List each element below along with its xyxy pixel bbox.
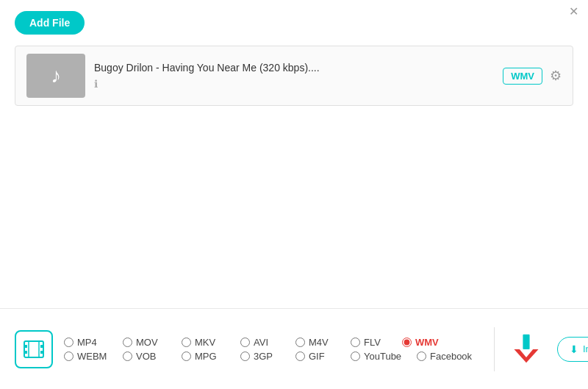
format-label-avi: AVI — [254, 337, 268, 348]
format-radio-mpg[interactable] — [182, 351, 191, 361]
format-radio-mov[interactable] — [123, 338, 132, 347]
format-radio-vob[interactable] — [123, 351, 132, 361]
file-item: ♪ Bugoy Drilon - Having You Near Me (320… — [15, 46, 573, 105]
format-radio-wmv[interactable] — [402, 338, 412, 347]
format-row-2: WEBM VOB MPG 3GP GIF YouTube — [64, 351, 483, 362]
bottom-panel: MP4 MOV MKV AVI M4V FLV — [0, 308, 588, 389]
main-content: Add File ♪ Bugoy Drilon - Having You Nea… — [0, 0, 588, 308]
install-download-icon: ⬇ — [570, 343, 578, 355]
format-radio-flv[interactable] — [351, 338, 360, 347]
format-option-mpg[interactable]: MPG — [182, 351, 240, 362]
format-option-facebook[interactable]: Facebook — [417, 351, 483, 362]
format-option-flv[interactable]: FLV — [351, 337, 402, 348]
format-options-container: MP4 MOV MKV AVI M4V FLV — [64, 334, 483, 365]
svg-rect-0 — [24, 341, 43, 357]
format-option-vob[interactable]: VOB — [123, 351, 182, 362]
format-option-gif[interactable]: GIF — [295, 351, 351, 362]
svg-rect-2 — [24, 351, 27, 354]
format-radio-m4v[interactable] — [295, 338, 305, 347]
file-info: Bugoy Drilon - Having You Near Me (320 k… — [94, 62, 494, 90]
format-badge[interactable]: WMV — [503, 68, 542, 85]
settings-icon[interactable]: ⚙ — [550, 68, 562, 84]
format-label-flv: FLV — [364, 337, 381, 348]
format-label-mkv: MKV — [195, 337, 215, 348]
svg-rect-3 — [40, 345, 43, 348]
format-icon-container — [15, 330, 53, 368]
svg-rect-7 — [523, 334, 529, 349]
download-arrow-container — [506, 333, 546, 365]
format-label-facebook: Facebook — [430, 351, 472, 362]
format-option-avi[interactable]: AVI — [240, 337, 295, 348]
format-option-3gp[interactable]: 3GP — [240, 351, 295, 362]
format-row-1: MP4 MOV MKV AVI M4V FLV — [64, 337, 483, 348]
format-radio-youtube[interactable] — [351, 351, 360, 361]
format-label-3gp: 3GP — [254, 351, 273, 362]
format-radio-gif[interactable] — [295, 351, 305, 361]
format-radio-facebook[interactable] — [417, 351, 426, 361]
format-radio-webm[interactable] — [64, 351, 74, 361]
format-label-gif: GIF — [309, 351, 325, 362]
format-option-m4v[interactable]: M4V — [295, 337, 351, 348]
format-label-m4v: M4V — [309, 337, 329, 348]
music-note-icon: ♪ — [51, 64, 61, 88]
format-label-wmv: WMV — [415, 337, 439, 348]
file-list: ♪ Bugoy Drilon - Having You Near Me (320… — [15, 46, 573, 106]
format-radio-3gp[interactable] — [240, 351, 250, 361]
info-icon[interactable]: ℹ — [94, 78, 98, 90]
panel-divider — [494, 327, 495, 371]
file-actions: WMV ⚙ — [503, 68, 562, 85]
format-label-vob: VOB — [136, 351, 156, 362]
format-label-mov: MOV — [136, 337, 158, 348]
file-name: Bugoy Drilon - Having You Near Me (320 k… — [94, 62, 494, 74]
svg-rect-1 — [24, 345, 27, 348]
format-label-mpg: MPG — [195, 351, 217, 362]
format-option-webm[interactable]: WEBM — [64, 351, 123, 362]
format-label-mp4: MP4 — [77, 337, 97, 348]
format-radio-avi[interactable] — [240, 338, 250, 347]
add-file-button[interactable]: Add File — [15, 11, 85, 35]
format-label-youtube: YouTube — [364, 351, 401, 362]
format-radio-mp4[interactable] — [64, 338, 74, 347]
film-strip-icon — [23, 338, 45, 360]
install-label: Install Desktop Version — [583, 343, 588, 354]
file-thumbnail: ♪ — [26, 54, 85, 98]
install-desktop-button[interactable]: ⬇ Install Desktop Version — [557, 337, 588, 362]
format-radio-mkv[interactable] — [182, 338, 191, 347]
format-label-webm: WEBM — [77, 351, 107, 362]
format-option-wmv[interactable]: WMV — [402, 337, 453, 348]
format-option-mov[interactable]: MOV — [123, 337, 182, 348]
format-option-youtube[interactable]: YouTube — [351, 351, 417, 362]
format-option-mp4[interactable]: MP4 — [64, 337, 123, 348]
download-arrow-icon — [512, 333, 541, 365]
format-option-mkv[interactable]: MKV — [182, 337, 240, 348]
svg-rect-4 — [40, 351, 43, 354]
